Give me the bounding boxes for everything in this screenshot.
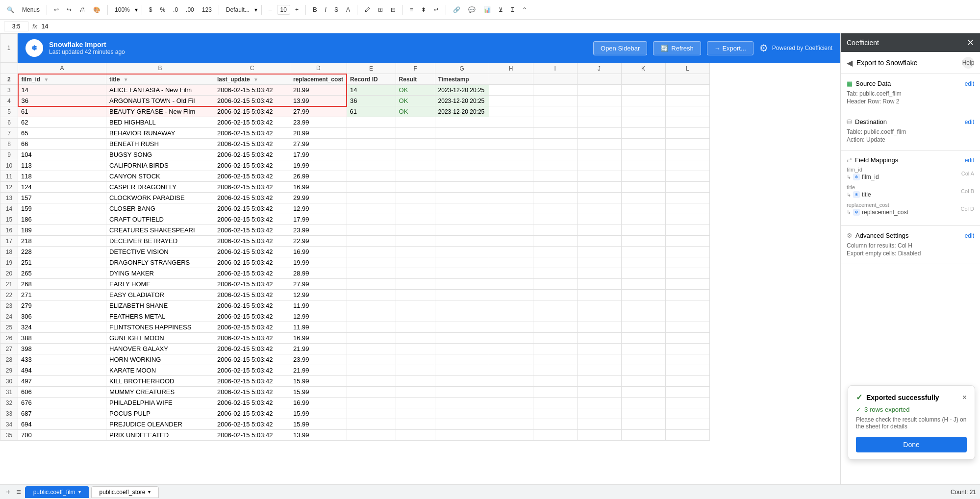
table-row: 32676PHILADELPHIA WIFE2006-02-15 5:03:42… [0,398,710,408]
col-header-g[interactable]: G [435,63,489,74]
export-empty: Export empty cells: Disabled [847,250,974,257]
text-color-btn[interactable]: A [343,5,353,14]
search-icon[interactable]: 🔍 [4,5,17,14]
destination-edit-btn[interactable]: edit [965,119,974,125]
import-bar: ❄ Snowflake Import Last updated 42 minut… [18,33,840,63]
merge-btn[interactable]: ⊟ [388,5,399,14]
col-header-a[interactable]: A [18,63,106,74]
percent-btn[interactable]: % [157,5,168,14]
sheet-tab-label-2: public.coeff_store [100,489,146,496]
number-format-btn[interactable]: 123 [199,5,215,14]
success-check-icon: ✓ [856,393,862,402]
panel-back-btn[interactable]: ◀ [847,58,853,68]
mappings-title: ⇄ Field Mappings [847,156,898,164]
zoom-select[interactable]: 100% [112,5,133,14]
link-btn[interactable]: 🔗 [450,5,463,14]
table-row: 12124CASPER DRAGONFLY2006-02-15 5:03:421… [0,182,710,193]
formula-input[interactable]: 14 [41,23,976,30]
highlight-btn[interactable]: 🖊 [361,5,373,14]
source-edit-btn[interactable]: edit [965,80,974,87]
refresh-btn[interactable]: 🔄 Refresh [653,41,701,55]
panel-header: Coefficient ✕ [841,33,980,52]
cell-reference[interactable]: 3:5 [4,22,28,31]
destination-header: ⛁ Destination edit [847,118,974,125]
chevron-up-btn[interactable]: ⌃ [519,5,530,14]
col-a-header: film_id ▼ [18,74,106,85]
add-sheet-btn[interactable]: + [4,488,12,497]
zoom-arrow: ▾ [135,6,138,13]
font-select[interactable]: Default... [223,5,252,14]
formula-btn[interactable]: Σ [508,5,517,14]
export-btn[interactable]: → Export... [707,41,754,55]
col-header-b[interactable]: B [106,63,214,74]
success-desc: Please check the result columns (H - J) … [856,416,967,430]
field-db-icon: ❄ [853,174,860,180]
panel-nav: ◀ Export to Snowflake Help [841,52,980,74]
decimal-inc-btn[interactable]: .00 [183,5,197,14]
panel-nav-title: Export to Snowflake [856,59,958,67]
table-row: 561BEAUTY GREASE - New Film2006-02-15 5:… [0,106,710,117]
panel-close-btn[interactable]: ✕ [967,37,974,48]
col-header-e[interactable]: E [347,63,396,74]
success-notification: ✓ Exported successfully × ✓ 3 rows expor… [848,385,975,460]
advanced-edit-btn[interactable]: edit [965,232,974,239]
col-header-c[interactable]: C [214,63,290,74]
align-btn[interactable]: ≡ [407,5,416,14]
col-f-header: Result [396,74,435,85]
print-btn[interactable]: 🖨 [76,5,88,14]
col-header-l[interactable]: L [665,63,709,74]
menus-btn[interactable]: Menus [19,5,43,14]
font-arrow: ▾ [254,6,257,13]
coefficient-icon: ⚙ [759,42,768,54]
mapping-title: title ↳ ❄ title Col B [847,184,974,198]
done-btn[interactable]: Done [856,437,967,452]
mappings-edit-btn[interactable]: edit [965,157,974,164]
mapping-replacement-cost: replacement_cost ↳ ❄ replacement_cost Co… [847,202,974,216]
decimal-dec-btn[interactable]: .0 [170,5,181,14]
source-data-section: ▦ Source Data edit Tab: public.coeff_fil… [841,74,980,112]
table-row: 662BED HIGHBALL2006-02-15 5:03:4223.99 [0,117,710,128]
italic-btn[interactable]: I [322,5,329,14]
col-header-j[interactable]: J [577,63,621,74]
powered-by: ⚙ Powered by Coefficient [759,42,832,54]
valign-btn[interactable]: ⬍ [418,5,429,14]
strikethrough-btn[interactable]: S [331,5,341,14]
open-sidebar-btn[interactable]: Open Sidebar [593,41,647,55]
panel-help-btn[interactable]: Help [962,57,974,69]
grid-wrapper[interactable]: A B C D E F G H I J K L [0,63,840,484]
field-title-db-icon: ❄ [853,191,860,198]
table-row: 314ALICE FANTASIA - New Film2006-02-15 5… [0,85,710,96]
currency-btn[interactable]: $ [146,5,155,14]
undo-btn[interactable]: ↩ [51,5,62,14]
redo-btn[interactable]: ↪ [64,5,75,14]
font-size-value[interactable]: 10 [277,5,290,15]
col-header-h[interactable]: H [489,63,533,74]
wrap-btn[interactable]: ↵ [431,5,442,14]
borders-btn[interactable]: ⊞ [375,5,386,14]
filter-btn[interactable]: ⊻ [496,5,506,14]
col-header-d[interactable]: D [290,63,347,74]
sheet-tab-arrow-1: ▾ [78,489,81,495]
col-c-header: last_update ▼ [214,74,290,85]
sheet-menu-btn[interactable]: ≡ [14,488,23,497]
chart-btn[interactable]: 📊 [480,5,494,14]
field-title-db: title [862,191,871,198]
font-size-dec[interactable]: – [266,5,275,14]
table-row: 28433HORN WORKING2006-02-15 5:03:4223.99 [0,354,710,365]
comment-btn[interactable]: 💬 [465,5,478,14]
col-header-k[interactable]: K [621,63,665,74]
paint-format-btn[interactable]: 🎨 [90,5,103,14]
sheet-tab-coeff-store[interactable]: public.coeff_store ▾ [91,486,159,498]
col-header-i[interactable]: I [533,63,577,74]
table-row: 26388GUNFIGHT MOON2006-02-15 5:03:4216.9… [0,333,710,344]
col-header-f[interactable]: F [396,63,435,74]
notification-close-btn[interactable]: × [962,393,967,402]
divider-2 [107,5,108,15]
table-row: 29494KARATE MOON2006-02-15 5:03:4221.99 [0,365,710,376]
table-row: 15186CRAFT OUTFIELD2006-02-15 5:03:4217.… [0,214,710,225]
font-size-inc[interactable]: + [292,5,302,14]
divider-5 [261,5,262,15]
divider-6 [305,5,306,15]
sheet-tab-coeff-film[interactable]: public.coeff_film ▾ [25,486,89,498]
bold-btn[interactable]: B [310,5,320,14]
